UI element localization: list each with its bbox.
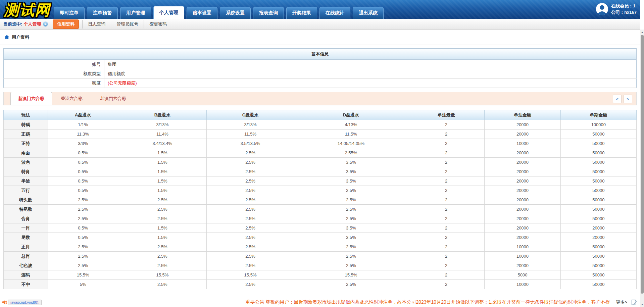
more-link[interactable]: 更多> [616,299,627,305]
odds-cell: 3/13% [118,120,207,130]
odds-cell: 50000 [560,167,636,176]
subnav-item[interactable]: 信用资料 [53,19,79,29]
nav-tab[interactable]: 开奖结果 [286,7,317,19]
odds-cell: 50000 [560,280,636,289]
status-link: javascript:void(0); [8,300,42,305]
odds-cell: 20000 [485,167,560,176]
sub-nav: 当前选中: 个人管理 ▶ 信用资料日志查询管理员账号变更密码 [0,19,640,30]
odds-cell: 3/13% [207,120,294,130]
odds-cell: 2 [408,120,485,130]
odds-cell: 3.4/13.4% [118,139,207,148]
odds-cell: 2.5% [294,186,408,195]
odds-cell: 2 [408,158,485,167]
top-header: 测试网 即时注单注单预警用户管理个人管理赔率设置系统设置报表查询开奖结果在线统计… [0,0,640,19]
subnav-item[interactable]: 变更密码 [144,20,172,29]
odds-cell: 11.3% [48,130,118,139]
lottery-tab[interactable]: 香港六合彩 [52,92,91,105]
odds-cell: 20000 [485,130,560,139]
odds-cell: 2.55% [294,148,408,158]
row-name: 波色 [4,158,48,167]
odds-cell: 5000 [485,270,560,280]
play-arrow-icon: ▶ [43,21,48,27]
odds-cell: 2.5% [207,158,294,167]
nav-tab[interactable]: 在线统计 [319,7,350,19]
nav-tab[interactable]: 赔率设置 [187,7,217,19]
nav-tab[interactable]: 即时注单 [54,7,85,19]
odds-cell: 15.5% [48,270,118,280]
odds-cell: 2.5% [48,214,118,223]
table-row: 正碼11.3%11.4%11.5%11.5%22000050000 [4,130,637,139]
basic-info-label: 额度类型 [4,69,104,79]
odds-cell: 0.5% [48,167,118,176]
odds-cell: 2 [408,205,485,214]
scrollbar-thumb[interactable] [641,35,644,294]
odds-cell: 2.5% [207,242,294,252]
odds-cell: 10000 [485,252,560,261]
subnav-item[interactable]: 管理员账号 [111,20,144,29]
odds-cell: 50000 [560,214,636,223]
row-name: 一肖 [4,223,48,233]
row-name: 特尾数 [4,205,48,214]
basic-info-title: 基本信息 [4,49,637,60]
table-row: 特肖0.5%1.5%2.5%3.5%22000050000 [4,167,637,176]
odds-cell: 1.5% [118,186,207,195]
nav-tab[interactable]: 退出系统 [353,7,384,19]
row-name: 不中 [4,280,48,289]
scrollbar-down-arrow[interactable]: ▼ [640,302,644,307]
odds-cell: 20000 [485,214,560,223]
lottery-tabs: 新澳门六合彩香港六合彩老澳門六合彩 < > [3,92,637,105]
scrollbar-up-arrow[interactable]: ▲ [640,30,644,35]
odds-cell: 2.5% [294,242,408,252]
announcement-text: 重要公告 尊敬的用户：因近期新奥彩市场出现疑似内幕及恶性对冲注单，故本公司202… [42,299,610,305]
odds-cell: 100000 [560,120,636,130]
odds-cell: 2 [408,176,485,186]
odds-cell: 3.5% [294,233,408,242]
table-row: 正肖2.5%2.5%2.5%2.5%21000050000 [4,242,637,252]
pager-prev-button[interactable]: < [613,95,622,103]
odds-cell: 2.5% [207,223,294,233]
basic-info-table: 基本信息 账号集团额度类型信用额度额度(公司无限额度) [3,48,637,88]
lottery-tab[interactable]: 新澳门六合彩 [10,92,52,105]
odds-cell: 2.5% [207,252,294,261]
breadcrumb: 用户资料 [0,30,640,45]
row-name: 总肖 [4,252,48,261]
table-row: 尾数0.5%1.5%2.5%3.5%22000020000 [4,233,637,242]
odds-cell: 2.5% [294,252,408,261]
nav-tab[interactable]: 报表查询 [253,7,284,19]
row-name: 特头数 [4,195,48,205]
odds-cell: 2 [408,214,485,223]
odds-cell: 2.5% [294,205,408,214]
odds-cell: 11.5% [207,130,294,139]
nav-tab[interactable]: 用户管理 [120,7,151,19]
odds-cell: 3.5% [294,223,408,233]
odds-cell: 20000 [485,148,560,158]
nav-tab[interactable]: 注单预警 [87,7,118,19]
nav-tab[interactable]: 系统设置 [220,7,251,19]
odds-cell: 11.4% [118,130,207,139]
lottery-tab[interactable]: 老澳門六合彩 [91,92,135,105]
odds-cell: 2.5% [118,242,207,252]
odds-table: 玩法A盘退水B盘退水C盘退水D盘退水单注最低单注金额单期金额 特碼1/1%3/1… [3,110,637,289]
odds-cell: 1.5% [118,148,207,158]
odds-cell: 2.5% [207,261,294,270]
odds-cell: 2.5% [207,148,294,158]
odds-cell: 2.5% [207,280,294,289]
odds-cell: 50000 [560,176,636,186]
odds-cell: 15.5% [118,270,207,280]
online-members: 在线会员：1 [611,3,637,9]
note-icon[interactable] [631,299,637,306]
odds-cell: 1.5% [118,158,207,167]
odds-cell: 50000 [560,186,636,195]
pager-next-button[interactable]: > [624,95,632,103]
odds-cell: 2 [408,233,485,242]
odds-cell: 50000 [560,158,636,167]
odds-cell: 4/13% [294,120,408,130]
odds-cell: 1/1% [48,120,118,130]
nav-tab[interactable]: 个人管理 [153,6,184,19]
subnav-item[interactable]: 日志查询 [82,20,111,29]
site-logo: 测试网 [4,0,50,20]
odds-cell: 1.5% [118,233,207,242]
odds-cell: 2 [408,242,485,252]
table-row: 合肖2.5%2.5%2.5%2.5%22000050000 [4,214,637,223]
page: 测试网 即时注单注单预警用户管理个人管理赔率设置系统设置报表查询开奖结果在线统计… [0,0,640,289]
